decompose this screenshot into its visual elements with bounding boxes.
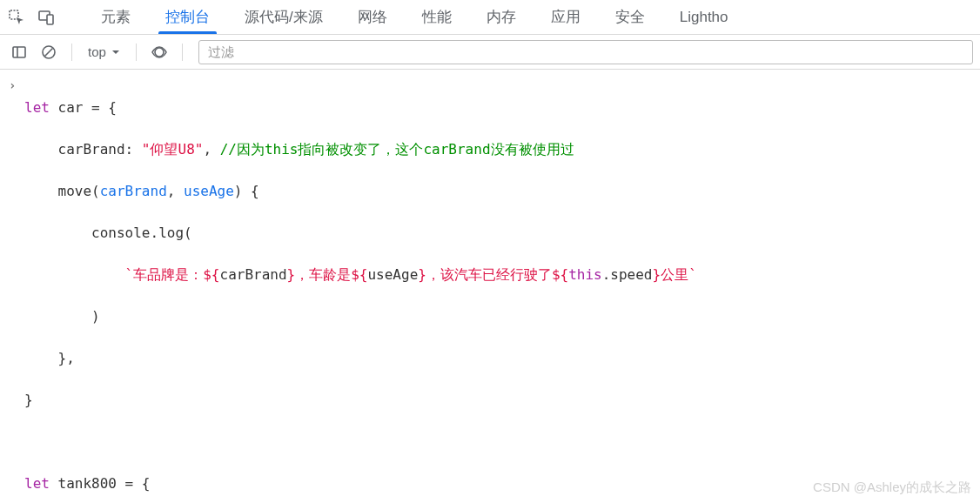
clear-console-icon[interactable] — [37, 40, 61, 64]
filter-input[interactable] — [198, 40, 973, 64]
sidebar-toggle-icon[interactable] — [7, 40, 31, 64]
console-body: let car = { carBrand: "仰望U8", //因为this指向… — [0, 70, 980, 503]
svg-point-7 — [155, 48, 164, 57]
live-expression-icon[interactable] — [147, 40, 171, 64]
svg-rect-3 — [13, 47, 25, 57]
tab-lighthouse[interactable]: Lightho — [662, 0, 746, 34]
svg-rect-2 — [47, 15, 53, 24]
toolbar-divider — [136, 44, 137, 61]
toolbar-divider — [71, 44, 72, 61]
toolbar-divider — [182, 44, 183, 61]
svg-line-6 — [45, 48, 53, 56]
tab-security[interactable]: 安全 — [598, 0, 662, 34]
device-toggle-icon[interactable] — [35, 6, 57, 29]
tab-console[interactable]: 控制台 — [148, 0, 227, 34]
console-toolbar: top — [0, 35, 980, 70]
tab-sources[interactable]: 源代码/来源 — [227, 0, 340, 34]
devtools-tabs-bar: 元素 控制台 源代码/来源 网络 性能 内存 应用 安全 Lightho — [0, 0, 980, 35]
context-selector[interactable]: top — [83, 44, 125, 59]
tab-performance[interactable]: 性能 — [405, 0, 469, 34]
tab-list: 元素 控制台 源代码/来源 网络 性能 内存 应用 安全 Lightho — [84, 0, 746, 34]
tab-memory[interactable]: 内存 — [469, 0, 534, 34]
tab-elements[interactable]: 元素 — [84, 0, 148, 34]
tab-application[interactable]: 应用 — [534, 0, 598, 34]
tab-network[interactable]: 网络 — [340, 0, 405, 34]
console-input-entry[interactable]: let car = { carBrand: "仰望U8", //因为this指向… — [0, 73, 980, 503]
inspect-element-icon[interactable] — [5, 6, 28, 29]
chevron-down-icon — [111, 48, 120, 57]
context-label: top — [88, 44, 106, 59]
